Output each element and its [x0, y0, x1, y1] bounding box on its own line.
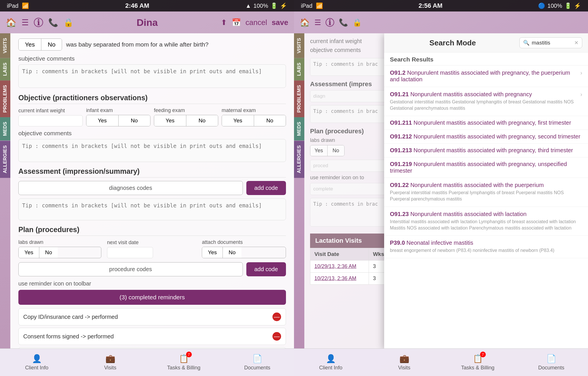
search-result-item[interactable]: O91.22 Nonpurulent mastitis associated w… [384, 178, 588, 207]
maternal-no-btn[interactable]: No [254, 115, 286, 126]
attach-no-btn[interactable]: No [223, 247, 241, 258]
phone-icon[interactable]: 📞 [48, 18, 58, 27]
right-side-tabs: VISITS LABS PROBLEMS MEDS ALLERGIES [294, 33, 304, 348]
calendar-icon[interactable]: 📅 [232, 18, 241, 27]
save-button[interactable]: save [272, 18, 288, 27]
right-bottom-tabs: 👤 Client Info 💼 Visits 📋 7 Tasks & Billi… [294, 348, 588, 376]
labs-drawn-label: labs drawn [18, 239, 101, 245]
doc-icon: 📄 [252, 354, 262, 363]
search-result-item[interactable]: O91.21 Nonpurulent mastitis associated w… [384, 87, 588, 116]
separation-no-btn[interactable]: No [41, 39, 62, 50]
right-tab-client-info[interactable]: 👤 Client Info [294, 349, 368, 376]
result-desc: breast engorgement of newborn (P83.4) no… [390, 247, 582, 254]
tab-visits[interactable]: 💼 Visits [74, 349, 147, 376]
right-tab-label: Tasks & Billing [461, 365, 494, 371]
search-modal-header: Search Mode 🔍 ✕ [384, 33, 588, 53]
search-input[interactable] [532, 40, 572, 46]
right-sidebar-item-problems[interactable]: PROBLEMS [294, 80, 304, 117]
right-phone-icon[interactable]: 📞 [339, 18, 348, 27]
sidebar-item-meds[interactable]: MEDS [0, 117, 10, 140]
attach-yes-btn[interactable]: Yes [202, 247, 223, 258]
labs-yes-btn[interactable]: Yes [19, 247, 39, 258]
search-modal-title: Search Mode [390, 38, 515, 47]
assessment-textarea[interactable] [18, 198, 286, 220]
infant-no-btn[interactable]: No [119, 115, 150, 126]
sidebar-item-visits[interactable]: VISITS [0, 33, 10, 58]
right-lock-icon[interactable]: 🔒 [353, 18, 362, 27]
maternal-yes-btn[interactable]: Yes [222, 115, 254, 126]
reminder-delete-btn[interactable]: — [272, 313, 281, 321]
tab-documents[interactable]: 📄 Documents [220, 349, 294, 376]
tab-client-info[interactable]: 👤 Client Info [0, 349, 74, 376]
right-person-icon: 👤 [326, 354, 336, 363]
result-code: P39.0 Neonatal infective mastitis [390, 240, 582, 246]
feeding-yes-btn[interactable]: Yes [154, 115, 186, 126]
tab-tasks[interactable]: 📋 7 Tasks & Billing [147, 349, 220, 376]
sidebar-item-problems[interactable]: PROBLEMS [0, 80, 10, 117]
right-menu-icon[interactable]: ☰ [314, 18, 321, 27]
infant-yes-btn[interactable]: Yes [86, 115, 119, 126]
add-code-button[interactable]: add code [246, 181, 286, 195]
right-info-icon[interactable]: ℹ [326, 18, 334, 27]
visit-date-1[interactable]: 10/29/13, 2:36 AM [310, 261, 369, 273]
right-tab-label: Visits [398, 365, 411, 371]
search-input-wrapper[interactable]: 🔍 ✕ [519, 37, 582, 48]
right-device-label: iPad [301, 3, 312, 9]
col-visit-date: Visit Date [310, 248, 369, 261]
labs-no-btn[interactable]: No [39, 247, 58, 258]
right-bluetooth-icon: 🔵 [538, 2, 545, 9]
search-result-item[interactable]: O91.211 Nonpurulent mastitis associated … [384, 116, 588, 130]
maternal-exam-yn: Yes No [222, 115, 286, 126]
lock-icon[interactable]: 🔒 [63, 18, 74, 27]
menu-icon[interactable]: ☰ [22, 18, 29, 27]
right-sidebar-item-allergies[interactable]: ALLERGIES [294, 141, 304, 178]
sidebar-item-labs[interactable]: LABS [0, 58, 10, 80]
left-wifi-icon: 📶 [22, 2, 29, 9]
search-clear-icon[interactable]: ✕ [574, 40, 579, 46]
left-battery-icon: 🔋 [270, 2, 278, 9]
right-form-area: current infant weight objective comments… [304, 33, 588, 348]
search-modal: Search Mode 🔍 ✕ Search Results [384, 33, 588, 348]
r-labs-no[interactable]: No [328, 145, 345, 156]
search-result-item[interactable]: O91.212 Nonpurulent mastitis associated … [384, 130, 588, 144]
search-result-item[interactable]: O91.2 Nonpurulent mastitis associated wi… [384, 65, 588, 87]
search-result-item[interactable]: O91.23 Nonpurulent mastitis associated w… [384, 207, 588, 236]
search-result-item[interactable]: P39.0 Neonatal infective mastitis breast… [384, 236, 588, 258]
weight-input[interactable] [18, 115, 83, 126]
visit-date-2[interactable]: 10/22/13, 2:36 AM [310, 273, 369, 285]
procedure-codes-btn[interactable]: procedure codes [18, 262, 243, 276]
right-tab-label: Documents [538, 365, 564, 371]
result-code: O91.21 Nonpurulent mastitis associated w… [390, 91, 577, 98]
maternal-exam-field: maternal exam Yes No [222, 107, 286, 126]
search-result-item[interactable]: O91.219 Nonpurulent mastitis associated … [384, 157, 588, 178]
assessment-section: Assessment (impression/summary) diagnose… [18, 167, 286, 221]
infant-exam-label: infant exam [86, 107, 150, 113]
cancel-button[interactable]: cancel [245, 18, 267, 27]
sidebar-item-allergies[interactable]: ALLERGIES [0, 141, 10, 178]
result-desc: Puerperal interstitial mastitis Puerpera… [390, 190, 582, 203]
search-result-item[interactable]: O91.213 Nonpurulent mastitis associated … [384, 144, 588, 157]
right-home-icon[interactable]: 🏠 [300, 18, 310, 27]
r-labs-yes[interactable]: Yes [310, 145, 328, 156]
right-battery-icon: 🔋 [564, 2, 572, 9]
subjective-textarea[interactable] [18, 64, 286, 88]
add-code2-button[interactable]: add code [246, 262, 286, 276]
right-tab-documents[interactable]: 📄 Documents [514, 349, 588, 376]
right-sidebar-item-visits[interactable]: VISITS [294, 33, 304, 58]
home-icon[interactable]: 🏠 [6, 18, 16, 28]
right-sidebar-item-meds[interactable]: MEDS [294, 117, 304, 140]
right-tab-visits[interactable]: 💼 Visits [368, 349, 441, 376]
right-tab-tasks[interactable]: 📋 7 Tasks & Billing [441, 349, 514, 376]
reminder-delete-btn[interactable]: — [272, 332, 281, 341]
patient-name: Dina [78, 17, 216, 28]
separation-yes-btn[interactable]: Yes [19, 39, 41, 50]
feeding-no-btn[interactable]: No [186, 115, 218, 126]
share-icon[interactable]: ⬆ [221, 18, 227, 27]
separation-question: was baby separated from mom for a while … [66, 41, 208, 48]
completed-reminders-btn[interactable]: (3) completed reminders [18, 290, 286, 305]
info-icon[interactable]: ℹ [34, 18, 43, 27]
diagnoses-codes-btn[interactable]: diagnoses codes [18, 181, 243, 195]
objective-textarea[interactable] [18, 139, 286, 162]
right-sidebar-item-labs[interactable]: LABS [294, 58, 304, 80]
next-visit-input[interactable] [107, 247, 153, 258]
